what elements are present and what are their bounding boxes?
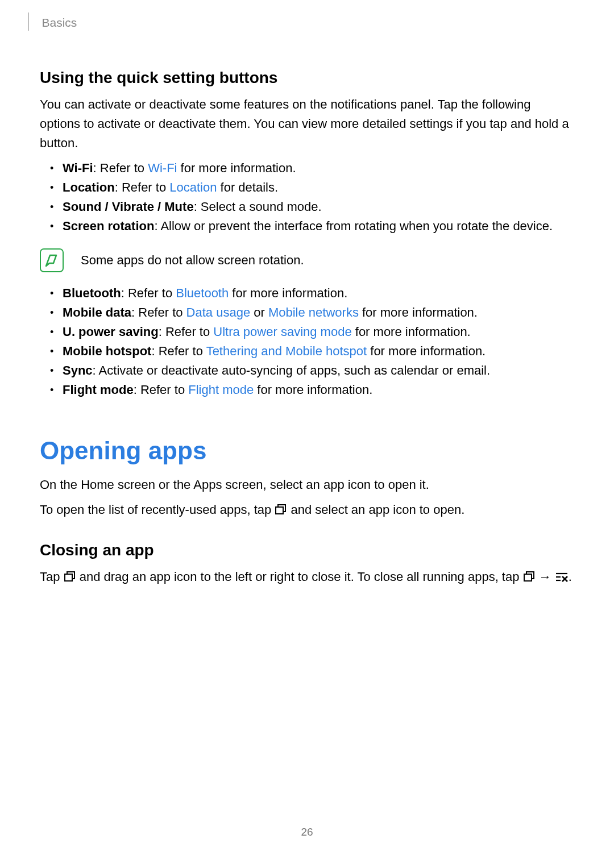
item-label: Screen rotation <box>63 219 154 233</box>
note-block: Some apps do not allow screen rotation. <box>40 248 574 272</box>
svg-rect-5 <box>524 574 532 581</box>
recent-apps-icon <box>275 504 287 515</box>
subheading-closing-an-app: Closing an app <box>40 541 574 559</box>
close-all-icon <box>555 572 569 583</box>
item-label: Bluetooth <box>63 286 121 300</box>
svg-rect-3 <box>65 574 72 581</box>
item-label: Mobile hotspot <box>63 344 151 358</box>
link-flight-mode[interactable]: Flight mode <box>188 383 254 397</box>
breadcrumb: Basics <box>42 14 77 32</box>
svg-rect-1 <box>276 507 283 514</box>
item-label: Sync <box>63 363 93 377</box>
note-text: Some apps do not allow screen rotation. <box>81 252 304 269</box>
recent-apps-icon <box>64 571 76 582</box>
opening-apps-p2: To open the list of recently-used apps, … <box>40 500 574 520</box>
quick-settings-list-1: Wi-Fi: Refer to Wi-Fi for more informati… <box>40 159 574 236</box>
link-wifi[interactable]: Wi-Fi <box>148 161 177 175</box>
item-label: U. power saving <box>63 325 159 339</box>
item-label: Location <box>63 180 115 194</box>
closing-an-app-p: Tap and drag an app icon to the left or … <box>40 567 574 587</box>
section-title-opening-apps: Opening apps <box>40 437 574 465</box>
intro-paragraph: You can activate or deactivate some feat… <box>40 95 574 153</box>
list-item: Location: Refer to Location for details. <box>63 178 574 197</box>
recent-apps-icon <box>523 571 536 582</box>
list-item: Mobile data: Refer to Data usage or Mobi… <box>63 303 574 322</box>
link-location[interactable]: Location <box>169 180 217 194</box>
opening-apps-p1: On the Home screen or the Apps screen, s… <box>40 475 574 495</box>
item-label: Wi-Fi <box>63 161 93 175</box>
item-label: Flight mode <box>63 383 134 397</box>
link-bluetooth[interactable]: Bluetooth <box>176 286 229 300</box>
header-divider <box>28 13 29 31</box>
link-mobile-networks[interactable]: Mobile networks <box>268 305 359 319</box>
list-item: Wi-Fi: Refer to Wi-Fi for more informati… <box>63 159 574 178</box>
list-item: Flight mode: Refer to Flight mode for mo… <box>63 380 574 400</box>
subheading-quick-settings: Using the quick setting buttons <box>40 69 574 87</box>
list-item: Sound / Vibrate / Mute: Select a sound m… <box>63 197 574 217</box>
list-item: Bluetooth: Refer to Bluetooth for more i… <box>63 284 574 303</box>
link-ultra-power-saving[interactable]: Ultra power saving mode <box>213 325 351 339</box>
list-item: Mobile hotspot: Refer to Tethering and M… <box>63 342 574 361</box>
note-icon <box>40 248 64 272</box>
list-item: Screen rotation: Allow or prevent the in… <box>63 217 574 236</box>
item-label: Sound / Vibrate / Mute <box>63 200 194 214</box>
link-tethering-hotspot[interactable]: Tethering and Mobile hotspot <box>206 344 367 358</box>
link-data-usage[interactable]: Data usage <box>186 305 251 319</box>
list-item: Sync: Activate or deactivate auto-syncin… <box>63 361 574 380</box>
item-label: Mobile data <box>63 305 131 319</box>
page-number: 26 <box>0 826 614 838</box>
quick-settings-list-2: Bluetooth: Refer to Bluetooth for more i… <box>40 284 574 400</box>
list-item: U. power saving: Refer to Ultra power sa… <box>63 322 574 342</box>
